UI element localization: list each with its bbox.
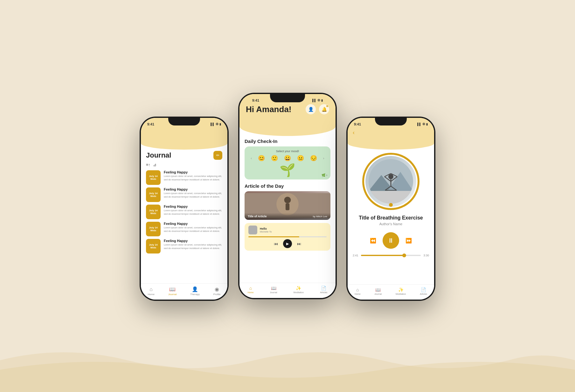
entry-title-5: Feeling Happy — [164, 239, 222, 243]
articles-icon-r: 📄 — [421, 287, 426, 292]
nav-profile-left[interactable]: ◉ Profile — [213, 286, 221, 296]
nav-journal-label: Journal — [168, 293, 177, 296]
back-button[interactable]: ‹ — [353, 129, 355, 136]
music-top: Hello Michelle To — [248, 226, 327, 234]
notification-badge: 2 — [326, 105, 329, 107]
prev-button[interactable]: ⏮ — [274, 241, 278, 246]
home-icon: ⌂ — [149, 287, 153, 292]
music-progress-bar[interactable] — [248, 236, 327, 237]
journal-entry: July 14 Weds Feeling Happy Lorem ipsum d… — [146, 205, 222, 219]
entry-date-1: July 14 Weds — [146, 170, 161, 185]
entry-text-2: Feeling Happy Lorem ipsum dolor sit amet… — [164, 187, 222, 199]
mood-emoji-2[interactable]: 🙂 — [271, 155, 278, 162]
entry-date-3: July 14 Weds — [146, 205, 161, 219]
article-overlay: Title of Article by Mitch Lee — [245, 213, 330, 220]
svg-rect-3 — [286, 203, 289, 210]
journal-icon-c: 📖 — [271, 286, 276, 291]
exercise-content: Title of Breathing Exercise Author's Nam… — [348, 143, 434, 284]
journal-title-row: Journal ✏ — [146, 151, 222, 160]
rewind-button[interactable]: ⏪ — [370, 238, 376, 244]
screen-center: 9:41 ▌▌ ⦿ ▮ Hi Amanda! 👤 — [239, 94, 336, 298]
mood-emoji-5[interactable]: 😔 — [310, 155, 317, 162]
user-icon: 👤 — [308, 107, 314, 112]
fast-forward-button[interactable]: ⏩ — [405, 238, 412, 244]
pause-button[interactable]: ⏸ — [383, 232, 399, 249]
entry-text-4: Feeling Happy Lorem ipsum dolor sit amet… — [164, 222, 222, 233]
greeting-text: Hi Amanda! — [246, 105, 292, 114]
nav-journal-label-c: Journal — [270, 291, 277, 294]
article-section: Article of the Day — [245, 183, 330, 220]
nav-home-center[interactable]: ⌂ Home — [248, 286, 254, 294]
music-controls: ⏮ ▶ ⏭ — [248, 239, 327, 248]
music-thumbnail — [248, 226, 257, 234]
bell-icon: 🔔 — [322, 107, 327, 112]
entry-body-1: Lorem ipsum dolor sit amet, consectetur … — [164, 175, 222, 181]
mood-arrow-right[interactable]: › — [323, 157, 324, 160]
exercise-screen: 9:41 ▌▌ ⦿ ▮ ‹ — [348, 118, 434, 300]
filter-icon[interactable]: ⊿ — [153, 162, 156, 167]
profile-icon: ◉ — [215, 286, 219, 292]
music-player: Hello Michelle To ⏮ ▶ ⏭ — [245, 223, 330, 251]
nav-journal-center[interactable]: 📖 Journal — [270, 286, 277, 294]
mood-emoji-1[interactable]: 😊 — [258, 155, 265, 162]
notification-btn[interactable]: 🔔 2 — [319, 104, 329, 114]
progress-track[interactable] — [361, 255, 421, 256]
journal-icon-r: 📖 — [375, 287, 381, 292]
progress-thumb — [402, 253, 406, 257]
nav-articles-center[interactable]: 📄 Articles — [320, 286, 327, 294]
total-time: 3:30 — [423, 254, 429, 257]
journal-entry: July 14 Weds Feeling Happy Lorem ipsum d… — [146, 222, 222, 236]
daily-checkin-title: Daily Check-In — [245, 139, 330, 144]
nav-journal-label-r: Journal — [374, 293, 382, 295]
play-button[interactable]: ▶ — [283, 239, 292, 248]
entry-text-3: Feeling Happy Lorem ipsum dolor sit amet… — [164, 205, 222, 216]
entry-date-4: July 14 Weds — [146, 222, 161, 236]
phone-right: 9:41 ▌▌ ⦿ ▮ ‹ — [346, 117, 435, 301]
nav-home-right[interactable]: ⌂ Home — [355, 287, 361, 295]
nav-therapy-label: Therapy — [190, 293, 199, 296]
sort-icon[interactable]: ≡↑ — [146, 162, 150, 167]
exercise-author: Author's Name — [379, 222, 402, 226]
nav-meditation-center[interactable]: ✨ Meditation — [294, 286, 304, 294]
svg-rect-8 — [369, 191, 413, 204]
nav-journal-right[interactable]: 📖 Journal — [374, 287, 382, 295]
nav-articles-right[interactable]: 📄 Articles — [420, 287, 427, 295]
mood-arrow-left[interactable]: ‹ — [251, 157, 252, 160]
exercise-circle — [362, 153, 419, 210]
next-button[interactable]: ⏭ — [297, 241, 301, 246]
nav-meditation-label-c: Meditation — [294, 291, 304, 294]
article-author: by Mitch Lee — [313, 215, 327, 218]
notch-center — [270, 93, 305, 102]
mood-emoji-3[interactable]: 😀 — [284, 155, 291, 162]
nav-meditation-right[interactable]: ✨ Meditation — [396, 287, 406, 295]
mood-emoji-4[interactable]: 😐 — [297, 155, 304, 162]
exercise-image — [365, 156, 416, 207]
journal-entry: July 14 Weds Feeling Happy Lorem ipsum d… — [146, 187, 222, 202]
entry-title-2: Feeling Happy — [164, 187, 222, 191]
notch-left — [168, 117, 200, 125]
journal-entries: July 14 Weds Feeling Happy Lorem ipsum d… — [146, 170, 222, 253]
home-screen: 9:41 ▌▌ ⦿ ▮ Hi Amanda! 👤 — [239, 94, 336, 298]
mood-card-action[interactable]: 🌿 › — [322, 173, 327, 177]
bottom-nav-right: ⌂ Home 📖 Journal ✨ Meditation 📄 Articles — [348, 284, 434, 300]
nav-home-left[interactable]: ⌂ Home — [148, 287, 155, 296]
header-wave — [239, 117, 336, 136]
nav-therapy-left[interactable]: 👤 Therapy — [190, 286, 199, 296]
status-time-center: 9:41 — [252, 98, 259, 102]
edit-button[interactable]: ✏ — [213, 151, 222, 160]
entry-body-5: Lorem ipsum dolor sit amet, consectetur … — [164, 243, 222, 250]
status-icons-center: ▌▌ ⦿ ▮ — [312, 99, 323, 102]
nav-journal-left[interactable]: 📖 Journal — [168, 286, 177, 296]
mood-label: Select your mood! — [248, 150, 327, 153]
home-content: Daily Check-In Select your mood! ‹ 😊 🙂 😀… — [239, 126, 336, 283]
music-progress-fill — [248, 236, 299, 237]
user-icon-btn[interactable]: 👤 — [306, 104, 316, 114]
entry-date-5: July 14 Weds — [146, 239, 161, 253]
meditation-icon-r: ✨ — [398, 287, 404, 292]
nav-home-label-c: Home — [248, 291, 254, 294]
nav-articles-label-r: Articles — [420, 293, 427, 295]
article-card[interactable]: Title of Article by Mitch Lee — [245, 191, 330, 220]
entry-body-2: Lorem ipsum dolor sit amet, consectetur … — [164, 192, 222, 199]
entry-title-1: Feeling Happy — [164, 170, 222, 174]
home-top-row: Hi Amanda! 👤 🔔 2 — [246, 104, 329, 114]
